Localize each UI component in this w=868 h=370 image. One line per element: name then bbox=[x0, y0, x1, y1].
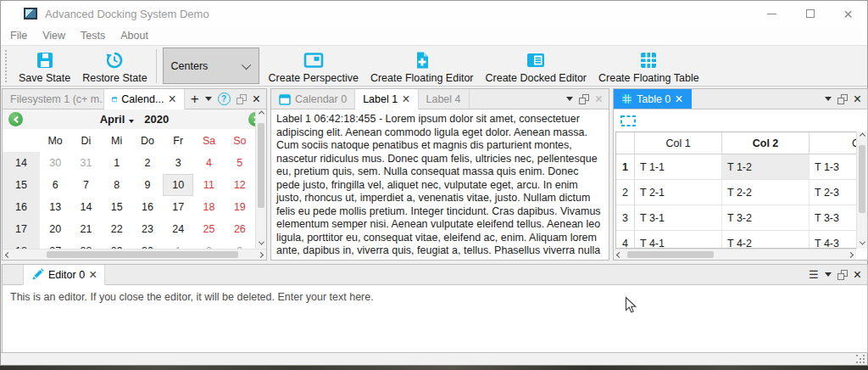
calendar-day[interactable]: 20 bbox=[40, 218, 70, 240]
table-corner-cell[interactable] bbox=[616, 132, 635, 154]
calendar-day[interactable]: 5 bbox=[225, 152, 255, 174]
undock-button[interactable] bbox=[837, 94, 848, 104]
calendar-vertical-scrollbar[interactable] bbox=[255, 109, 266, 249]
table-cell[interactable]: T 4-3 bbox=[810, 231, 856, 249]
tab-calendar[interactable]: Calend... bbox=[104, 89, 185, 109]
calendar-day[interactable]: 15 bbox=[102, 196, 132, 218]
undock-button[interactable] bbox=[236, 94, 247, 104]
maximize-button[interactable] bbox=[791, 1, 829, 26]
scroll-down-button[interactable] bbox=[256, 238, 267, 249]
undock-button[interactable] bbox=[579, 94, 589, 104]
tab-close-icon[interactable] bbox=[89, 268, 97, 282]
calendar-day[interactable]: 3 bbox=[163, 152, 193, 174]
scroll-up-button[interactable] bbox=[857, 132, 868, 143]
table-cell[interactable]: T 4-1 bbox=[635, 231, 722, 249]
scroll-right-button[interactable] bbox=[255, 249, 266, 261]
editor-content[interactable]: This is an editor. If you close the edit… bbox=[3, 285, 867, 309]
tab-label-4[interactable]: Label 4 bbox=[419, 89, 470, 109]
create-floating-table-button[interactable]: Create Floating Table bbox=[593, 48, 705, 85]
calendar-day[interactable]: 12 bbox=[225, 174, 255, 196]
calendar-day[interactable]: 24 bbox=[163, 218, 193, 240]
table-cell[interactable]: T 3-2 bbox=[722, 205, 810, 230]
calendar-day[interactable]: 23 bbox=[132, 218, 163, 240]
menu-view[interactable]: View bbox=[35, 27, 73, 44]
tab-close-icon[interactable] bbox=[675, 92, 682, 106]
perspective-combobox[interactable]: Centers bbox=[163, 48, 259, 84]
table-row-header[interactable]: 3 bbox=[616, 205, 635, 230]
calendar-month-button[interactable]: April bbox=[100, 113, 125, 126]
table-cell[interactable]: T 1-2 bbox=[722, 154, 810, 179]
calendar-day[interactable]: 2 bbox=[132, 152, 163, 174]
calendar-day[interactable]: 4 bbox=[193, 152, 224, 174]
table-column-header[interactable]: Col 3 bbox=[810, 132, 856, 154]
table-row-header[interactable]: 2 bbox=[616, 180, 635, 205]
prev-month-button[interactable] bbox=[8, 112, 23, 126]
tabs-menu-button[interactable] bbox=[566, 97, 573, 101]
table-cell[interactable]: T 2-1 bbox=[635, 180, 722, 205]
tab-filesystem[interactable]: Filesystem 1 (c+ m... bbox=[3, 89, 104, 109]
calendar-day[interactable]: 10 bbox=[163, 174, 193, 196]
calendar-day[interactable]: 18 bbox=[193, 196, 224, 218]
calendar-day[interactable]: 26 bbox=[225, 218, 255, 240]
calendar-day[interactable]: 11 bbox=[193, 174, 224, 196]
calendar-day[interactable]: 14 bbox=[70, 196, 101, 218]
scrollbar-thumb[interactable] bbox=[47, 251, 238, 258]
scrollbar-thumb[interactable] bbox=[258, 123, 264, 208]
save-state-button[interactable]: Save State bbox=[13, 48, 76, 85]
table-vertical-scrollbar[interactable] bbox=[856, 132, 867, 249]
menu-tests[interactable]: Tests bbox=[73, 27, 113, 44]
calendar-day[interactable]: 21 bbox=[70, 218, 101, 240]
close-dock-button[interactable] bbox=[253, 92, 260, 107]
create-perspective-button[interactable]: Create Perspective bbox=[263, 48, 364, 85]
menu-file[interactable]: File bbox=[3, 27, 35, 44]
calendar-day[interactable]: 17 bbox=[163, 196, 193, 218]
minimize-button[interactable] bbox=[753, 1, 791, 26]
table-cell[interactable]: T 4-2 bbox=[722, 231, 810, 249]
close-dock-button[interactable] bbox=[854, 92, 861, 107]
scroll-up-button[interactable] bbox=[256, 109, 267, 121]
calendar-day[interactable]: 25 bbox=[193, 218, 224, 240]
calendar-day[interactable]: 31 bbox=[70, 152, 101, 174]
tabs-menu-button[interactable] bbox=[205, 97, 212, 101]
table-cell[interactable]: T 3-3 bbox=[810, 205, 856, 230]
table-cell[interactable]: T 2-2 bbox=[722, 180, 810, 205]
undock-button[interactable] bbox=[837, 270, 848, 280]
editor-menu-button[interactable] bbox=[809, 268, 819, 281]
table-cell[interactable]: T 2-3 bbox=[810, 180, 856, 205]
add-tab-button[interactable] bbox=[191, 91, 199, 108]
restore-state-button[interactable]: Restore State bbox=[76, 48, 153, 85]
calendar-day[interactable]: 9 bbox=[132, 174, 163, 196]
calendar-day[interactable]: 6 bbox=[40, 174, 70, 196]
help-button[interactable] bbox=[218, 92, 231, 105]
tab-calendar-0[interactable]: Calendar 0 bbox=[271, 89, 355, 109]
tabs-menu-button[interactable] bbox=[825, 272, 832, 277]
toolbar-drag-handle[interactable] bbox=[4, 50, 8, 82]
create-floating-editor-button[interactable]: Create Floating Editor bbox=[364, 48, 480, 85]
calendar-day[interactable]: 22 bbox=[102, 218, 132, 240]
calendar-day[interactable]: 30 bbox=[40, 152, 70, 174]
table-row-header[interactable]: 4 bbox=[616, 231, 635, 249]
tab-close-icon[interactable] bbox=[168, 92, 175, 106]
table-cell[interactable]: T 3-1 bbox=[635, 205, 722, 230]
calendar-day[interactable]: 19 bbox=[225, 196, 255, 218]
table-column-header[interactable]: Col 1 bbox=[635, 132, 722, 154]
table-cell[interactable]: T 1-1 bbox=[635, 154, 722, 179]
size-grip[interactable] bbox=[856, 355, 865, 363]
close-dock-button[interactable] bbox=[854, 267, 861, 283]
scroll-left-button[interactable] bbox=[3, 249, 14, 261]
tab-label-1[interactable]: Label 1 bbox=[355, 89, 418, 109]
scroll-left-button[interactable] bbox=[614, 249, 625, 261]
scroll-down-button[interactable] bbox=[857, 238, 868, 249]
calendar-horizontal-scrollbar[interactable] bbox=[3, 249, 266, 260]
table-horizontal-scrollbar[interactable] bbox=[614, 249, 856, 260]
menu-about[interactable]: About bbox=[113, 27, 156, 44]
tab-table-0[interactable]: Table 0 bbox=[614, 89, 692, 109]
calendar-day[interactable]: 8 bbox=[102, 174, 132, 196]
selection-icon[interactable] bbox=[620, 115, 637, 127]
tabs-menu-button[interactable] bbox=[825, 97, 832, 101]
scroll-right-button[interactable] bbox=[845, 249, 856, 261]
tab-editor-0[interactable]: Editor 0 bbox=[23, 265, 105, 285]
close-dock-button[interactable] bbox=[595, 92, 603, 107]
table-row-header[interactable]: 1 bbox=[616, 154, 635, 179]
calendar-day[interactable]: 13 bbox=[40, 196, 70, 218]
